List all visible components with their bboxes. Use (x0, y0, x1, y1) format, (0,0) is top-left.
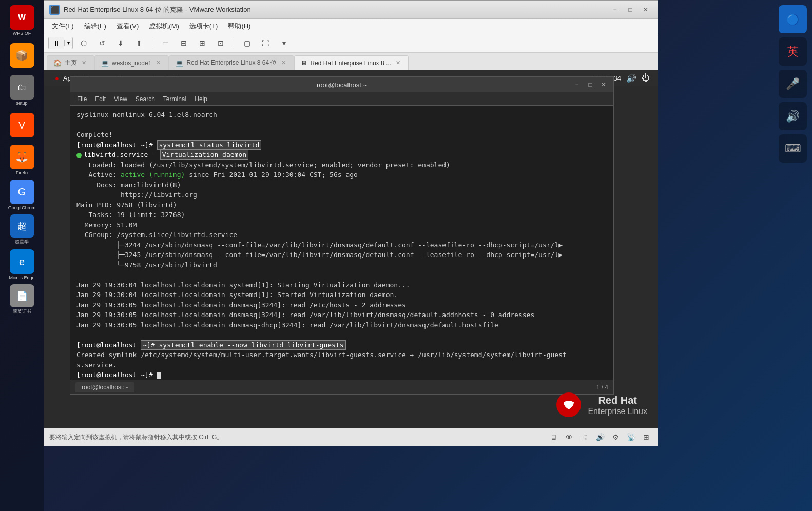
taskbar-label-edge: Micros Edge (9, 275, 34, 280)
prompt-2: [root@localhost (76, 341, 141, 349)
taskbar-label-superstar: 超星学 (15, 239, 29, 245)
terminal-minimize[interactable]: − (571, 80, 583, 90)
output-docs-label: Docs: man:libvirtd(8) (76, 181, 181, 189)
menu-edit[interactable]: 编辑(E) (79, 20, 111, 32)
term-menu-help[interactable]: Help (190, 94, 211, 104)
taskbar-label-setup: setup (16, 101, 27, 106)
toolbar-btn-up[interactable]: ⬆ (131, 36, 147, 50)
output-loaded: Loaded: loaded (/usr/lib/systemd/system/… (76, 161, 450, 169)
virtualization-daemon: Virtualization daemon (160, 150, 248, 160)
tab-rhel64-label: Red Hat Enterprise Linux 8 64 位 (186, 58, 277, 67)
cursor (157, 372, 161, 379)
menu-view[interactable]: 查看(V) (111, 20, 144, 32)
menu-file[interactable]: 文件(F) (47, 20, 79, 32)
cmd-systemctl-enable: ~]# systemctl enable --now libvirtd libv… (141, 340, 345, 350)
terminal-tab[interactable]: root@localhost:~ (75, 382, 134, 392)
taskbar-label-wps: WPS OF (13, 31, 31, 36)
output-active-since: since Fri 2021-01-29 19:30:04 CST; 56s a… (185, 171, 358, 179)
status-bar: 要将输入定向到该虚拟机，请将鼠标指针移入其中或按 Ctrl+G。 🖥 👁 🖨 🔊… (44, 428, 658, 446)
output-cgroup-3244: ├─3244 /usr/sbin/dnsmasq --conf-file=/va… (76, 241, 563, 249)
toolbar-separator-2 (234, 37, 234, 49)
redhat-logo-text: Red Hat Enterprise Linux (588, 394, 647, 416)
minimize-button[interactable]: − (608, 4, 622, 15)
output-log2: Jan 29 19:30:04 localhost.localdomain sy… (76, 291, 398, 299)
output-memory: Memory: 51.0M (76, 221, 137, 229)
vm-content[interactable]: ● Applications Places Terminal Fri 19:34… (44, 70, 658, 428)
right-icon-speaker[interactable]: 🔊 (779, 102, 807, 130)
toolbar-btn-send[interactable]: ⬡ (76, 36, 91, 50)
status-icon-grid[interactable]: ⊞ (640, 431, 652, 443)
term-menu-search[interactable]: Search (131, 94, 159, 104)
taskbar-icon-firefox[interactable]: 🦊 Firefo (7, 145, 37, 175)
status-bar-right: 🖥 👁 🖨 🔊 ⚙ 📡 ⊞ (548, 431, 652, 443)
pause-button[interactable]: ⏸ (49, 37, 64, 49)
taskbar-icon-cert[interactable]: 📄 获奖证书 (7, 284, 37, 315)
term-menu-view[interactable]: View (110, 94, 131, 104)
toolbar-btn-view3[interactable]: ⊞ (195, 36, 210, 50)
terminal-maximize[interactable]: □ (585, 80, 596, 90)
maximize-button[interactable]: □ (624, 4, 637, 15)
rhel-speaker-icon[interactable]: 🔊 (626, 73, 636, 83)
terminal-content[interactable]: syslinux-nonlinux-6.04-1.el8.noarch Comp… (70, 106, 613, 380)
taskbar-icon-edge[interactable]: e Micros Edge (7, 249, 37, 280)
right-panel: 🔵 英 🎤 🔊 ⌨ (774, 0, 812, 511)
output-active-label: Active: (76, 171, 121, 179)
tab-rhel-active[interactable]: 🖥 Red Hat Enterprise Linux 8 ... ✕ (294, 55, 408, 70)
right-icon-mic[interactable]: 🎤 (779, 70, 807, 98)
rhel-power-icon[interactable]: ⏻ (642, 73, 650, 83)
output-cgroup-9758: └─9758 /usr/sbin/libvirtd (76, 261, 217, 269)
tab-home[interactable]: 🏠 主页 ✕ (47, 55, 94, 70)
status-icon-eye[interactable]: 👁 (563, 431, 575, 443)
terminal-close[interactable]: ✕ (598, 80, 609, 90)
toolbar-btn-view1[interactable]: ▭ (158, 36, 173, 50)
tab-rhel64-icon: 💻 (176, 60, 183, 67)
tab-westos[interactable]: 💻 westos_node1 ✕ (94, 55, 169, 70)
close-button[interactable]: ✕ (639, 4, 652, 15)
toolbar-btn-fullscreen[interactable]: ⛶ (258, 36, 273, 50)
menu-tabs[interactable]: 选项卡(T) (184, 20, 223, 32)
toolbar-btn-view2[interactable]: ⊟ (176, 36, 191, 50)
menu-help[interactable]: 帮助(H) (223, 20, 256, 32)
right-icon-blue[interactable]: 🔵 (779, 5, 807, 33)
status-icon-network[interactable]: 📡 (625, 431, 637, 443)
output-log1: Jan 29 19:30:04 localhost.localdomain sy… (76, 281, 410, 289)
terminal-win-controls: − □ ✕ (571, 80, 609, 90)
taskbar-icon-wps[interactable]: W WPS OF (7, 5, 37, 36)
status-icon-monitor[interactable]: 🖥 (548, 431, 560, 443)
status-icon-sound[interactable]: 🔊 (594, 431, 606, 443)
term-menu-edit[interactable]: Edit (91, 94, 110, 104)
toolbar-btn-view4[interactable]: ⊡ (213, 36, 228, 50)
term-menu-terminal[interactable]: Terminal (159, 94, 190, 104)
output-log4: Jan 29 19:30:05 localhost.localdomain dn… (76, 311, 534, 319)
right-icon-input[interactable]: 英 (779, 37, 807, 66)
toolbar-btn-screen[interactable]: ▢ (239, 36, 255, 50)
taskbar-icon-superstar[interactable]: 超 超星学 (7, 214, 37, 245)
taskbar-icon-2[interactable]: 📦 (7, 40, 37, 71)
tab-rhel-64[interactable]: 💻 Red Hat Enterprise Linux 8 64 位 ✕ (169, 55, 294, 70)
status-message: 要将输入定向到该虚拟机，请将鼠标指针移入其中或按 Ctrl+G。 (49, 433, 223, 442)
taskbar-icon-vivaldi[interactable]: V (7, 110, 37, 141)
toolbar-btn-dropdown[interactable]: ▾ (276, 36, 292, 50)
taskbar-icon-chrome[interactable]: G Googl Chrom (7, 180, 37, 210)
tab-rhel64-close[interactable]: ✕ (280, 59, 287, 67)
tab-home-close[interactable]: ✕ (80, 59, 88, 67)
redhat-logo-icon (556, 392, 582, 418)
title-bar: ⬛ Red Hat Enterprise Linux 8 64 位 的克隆 - … (44, 1, 658, 19)
toolbar-btn-refresh[interactable]: ↺ (94, 36, 110, 50)
taskbar-left: W WPS OF 📦 🗂 setup V 🦊 Firefo G Googl Ch… (0, 0, 44, 511)
menu-vm[interactable]: 虚拟机(M) (144, 20, 184, 32)
vmware-menu-bar: 文件(F) 编辑(E) 查看(V) 虚拟机(M) 选项卡(T) 帮助(H) (44, 19, 658, 33)
tab-westos-label: westos_node1 (112, 60, 151, 67)
output-active-status: active (running) (121, 171, 185, 179)
tab-westos-close[interactable]: ✕ (154, 59, 162, 67)
taskbar-icon-setup[interactable]: 🗂 setup (7, 75, 37, 106)
status-icon-print[interactable]: 🖨 (578, 431, 591, 443)
status-icon-gear[interactable]: ⚙ (609, 431, 622, 443)
right-icon-keyboard[interactable]: ⌨ (779, 134, 807, 163)
tab-active-close[interactable]: ✕ (394, 59, 402, 67)
toolbar-btn-down[interactable]: ⬇ (113, 36, 128, 50)
play-dropdown[interactable]: ▾ (64, 40, 72, 46)
taskbar-label-chrome: Googl Chrom (8, 205, 36, 210)
vmware-toolbar: ⏸ ▾ ⬡ ↺ ⬇ ⬆ ▭ ⊟ ⊞ ⊡ ▢ ⛶ ▾ (44, 33, 658, 53)
term-menu-file[interactable]: File (73, 94, 91, 104)
